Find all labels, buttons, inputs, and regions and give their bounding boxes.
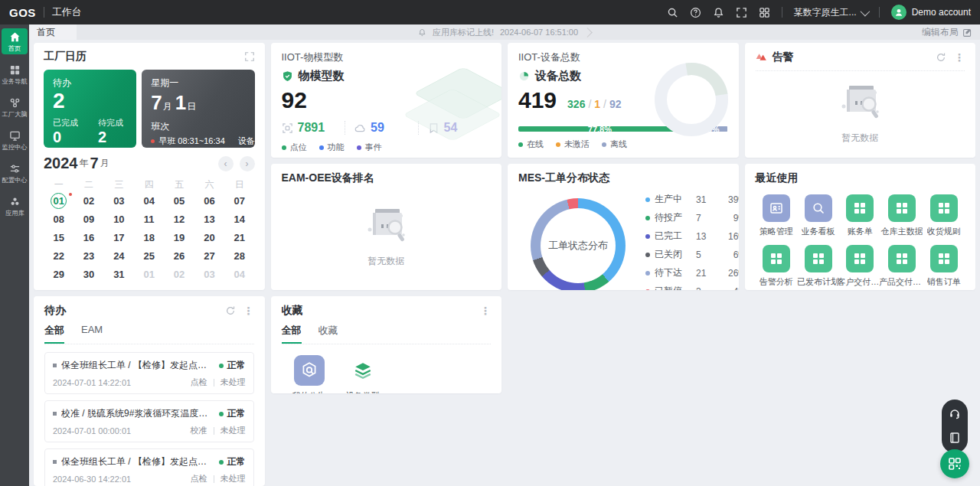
refresh-icon[interactable] [936, 52, 946, 63]
calendar-day[interactable]: 17 [104, 228, 134, 246]
calendar-day[interactable]: 03 [194, 265, 224, 283]
announcement-text: 应用库标记上线! [433, 27, 494, 38]
calendar-day[interactable]: 07 [224, 191, 254, 210]
refresh-icon[interactable] [225, 305, 236, 316]
headset-support-icon[interactable] [949, 407, 961, 419]
next-month-button[interactable]: › [240, 156, 255, 171]
shift-dept: 设备资产管理-EA [238, 135, 255, 147]
todo-item[interactable]: 保全班组长工单 / 【检修】发起点检 ... 正常 2024-06-30 14:… [44, 448, 254, 486]
divider [44, 7, 44, 18]
sidebar-item-home[interactable]: 首页 [2, 28, 28, 54]
calendar-day[interactable]: 31 [104, 265, 134, 283]
edit-layout-label: 编辑布局 [922, 26, 959, 39]
bell-icon[interactable] [713, 7, 724, 18]
month-unit: 月 [163, 101, 172, 112]
calendar-day[interactable]: 05 [164, 191, 194, 210]
calendar-day[interactable]: 18 [134, 228, 164, 246]
calendar-day[interactable]: 01 [134, 265, 164, 283]
edit-icon [962, 28, 972, 38]
calendar-day[interactable]: 27 [194, 246, 224, 265]
legend-percent: 6% [716, 250, 739, 260]
app-shortcut[interactable]: 告警分析 [756, 245, 798, 286]
calendar-day[interactable]: 23 [74, 246, 103, 265]
calendar-day[interactable]: 02 [164, 265, 194, 283]
sidebar-item-monitor-center[interactable]: 监控中心 [2, 127, 28, 153]
sidebar-item-factory-brain[interactable]: 工厂大脑 [2, 94, 28, 120]
model-stats: 7891 59 54 [282, 121, 492, 135]
todo-summary-card[interactable]: 待办 2 已完成0 待完成2 [44, 70, 136, 148]
more-icon[interactable]: ⋮ [480, 305, 491, 316]
calendar-day[interactable]: 06 [194, 191, 224, 210]
calendar-day[interactable]: 01 [44, 191, 74, 210]
prev-month-button[interactable]: ‹ [218, 156, 234, 171]
app-shortcut[interactable]: 仓库主数据 [881, 194, 923, 236]
app-shortcut[interactable]: 客户交付计... [839, 245, 881, 286]
calendar-day[interactable]: 24 [104, 246, 134, 265]
tab-item[interactable]: 全部 [282, 324, 302, 344]
calendar-day[interactable]: 21 [224, 228, 254, 246]
announcement-bar[interactable]: 应用库标记上线! 2024-06-07 16:51:00 [418, 27, 591, 38]
calendar-day[interactable]: 09 [74, 210, 103, 228]
search-icon[interactable] [667, 7, 678, 18]
calendar-day[interactable]: 10 [104, 210, 134, 228]
expand-icon[interactable] [244, 51, 255, 62]
fav-item[interactable]: 设备类型 [346, 355, 380, 393]
calendar-day[interactable]: 04 [134, 191, 164, 210]
calendar-day[interactable]: 19 [164, 228, 194, 246]
calendar-day[interactable]: 25 [134, 246, 164, 265]
today-card[interactable]: 星期一 7月1日 班次 早班 08:31~16:34 设备资产管理-EA [142, 70, 254, 148]
calendar-day[interactable]: 22 [44, 246, 74, 265]
fav-item[interactable]: 我的公告 [292, 355, 326, 393]
more-icon[interactable]: ⋮ [243, 305, 254, 316]
calendar-day[interactable]: 13 [194, 210, 224, 228]
account-menu[interactable]: Demo account [891, 5, 971, 20]
tab-item[interactable]: 收藏 [318, 324, 338, 344]
todo-card: 待办 ⋮ 全部EAM 保全班组长工单 / 【检修】发起点检 ... [34, 296, 265, 486]
tenant-switcher[interactable]: 某数字原生工... [794, 6, 867, 19]
sidebar-item-app-library[interactable]: 应用库 [2, 193, 28, 219]
todo-item[interactable]: 校准 / 脱硫系统9#浆液循环泵温度校... 正常 2024-07-01 00:… [44, 400, 254, 442]
app-shortcut[interactable]: 产品交付计... [881, 245, 923, 286]
metric-name: 物模型数 [299, 69, 345, 83]
fullscreen-icon[interactable] [736, 7, 747, 18]
calendar-day[interactable]: 14 [224, 210, 254, 228]
help-icon[interactable] [690, 7, 701, 18]
app-icon [846, 194, 874, 222]
sidebar-item-business-nav[interactable]: 业务导航 [2, 61, 28, 87]
year-unit: 年 [80, 157, 89, 170]
calendar-day[interactable]: 08 [44, 210, 74, 228]
app-shortcut[interactable]: 已发布计划 [797, 245, 839, 286]
sidebar-item-config-center[interactable]: 配置中心 [2, 160, 28, 186]
qr-code-button[interactable] [940, 449, 969, 478]
calendar-day[interactable]: 11 [134, 210, 164, 228]
fav-list: 我的公告 设备类型 [282, 355, 492, 393]
calendar-day[interactable]: 12 [164, 210, 194, 228]
app-shortcut[interactable]: 销售订单 [923, 245, 965, 286]
calendar-day[interactable]: 02 [74, 191, 103, 210]
calendar-day[interactable]: 26 [164, 246, 194, 265]
calendar-day[interactable]: 20 [194, 228, 224, 246]
shield-icon [282, 70, 293, 82]
calendar-day[interactable]: 16 [74, 228, 103, 246]
tab-home[interactable]: 首页 [29, 24, 77, 40]
app-shortcut[interactable]: 策略管理 [756, 194, 798, 236]
calendar-day[interactable]: 04 [224, 265, 254, 283]
calendar-day[interactable]: 03 [104, 191, 134, 210]
edit-layout-button[interactable]: 编辑布局 [922, 26, 980, 39]
calendar-day[interactable]: 15 [44, 228, 74, 246]
calendar-day[interactable]: 28 [224, 246, 254, 265]
card-title: IIOT-物模型数 [282, 51, 492, 64]
more-icon[interactable]: ⋮ [954, 52, 965, 63]
app-shortcut[interactable]: 业务看板 [797, 194, 839, 236]
app-shortcut[interactable]: 收货规则 [923, 194, 965, 236]
apps-grid-icon[interactable] [759, 7, 770, 18]
calendar-day[interactable]: 29 [44, 265, 74, 283]
app-shortcut[interactable]: 账务单 [839, 194, 881, 236]
todo-item[interactable]: 保全班组长工单 / 【检修】发起点检 ... 正常 2024-07-01 14:… [44, 352, 254, 394]
tab-item[interactable]: 全部 [44, 324, 64, 344]
weekday-label: 日 [224, 178, 254, 191]
calendar-day[interactable]: 30 [74, 265, 103, 283]
dashboard-grid-icon [769, 251, 784, 266]
tab-item[interactable]: EAM [81, 324, 103, 344]
manual-icon[interactable] [949, 432, 961, 444]
